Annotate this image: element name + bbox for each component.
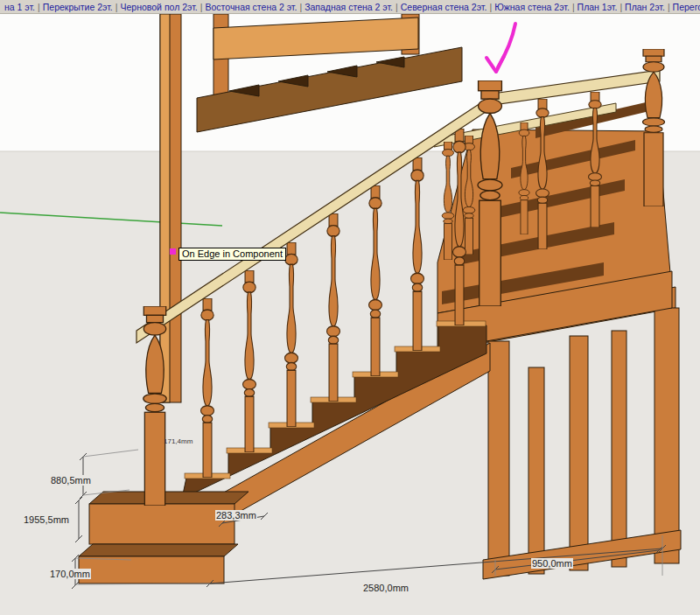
scene-tab-bar: на 1 эт. | Перекрытие 2эт. | Черновой по… [0, 0, 700, 14]
tab-plan-1et[interactable]: План 1эт. [575, 2, 620, 12]
dimension-label-2580: 2580,0mm [362, 583, 410, 593]
stair-landing [434, 102, 672, 350]
dimension-label-171: 171,4mm [163, 437, 193, 445]
tab-chernovoy-pol-2et[interactable]: Черновой пол 2эт. [118, 2, 200, 12]
staircase-model [0, 14, 700, 615]
dimension-label-950: 950,0mm [531, 558, 573, 569]
tab-perekrytie-2et[interactable]: Перекрытие 2эт. [40, 2, 116, 12]
tab-vostochnaya-stena-2et[interactable]: Восточная стена 2 эт. [203, 2, 300, 12]
tab-plan-2et[interactable]: План 2эт. [622, 2, 668, 12]
inference-tooltip: On Edge in Component [178, 248, 286, 261]
inference-point-icon [170, 248, 176, 255]
dimension-label-880: 880,5mm [50, 475, 92, 486]
tab-yuzhnaya-stena-2et[interactable]: Южная стена 2эт. [492, 2, 572, 12]
tab-zapadnaya-stena-2et[interactable]: Западная стена 2 эт. [302, 2, 396, 12]
tab-severnaya-stena-2et[interactable]: Северная стена 2эт. [398, 2, 490, 12]
dimension-label-283: 283,3mm [215, 510, 257, 521]
dimension-label-170: 170,0mm [49, 569, 91, 579]
model-viewport[interactable]: On Edge in Component 880,5mm 1955,5mm 17… [0, 14, 700, 615]
tab-peregorodki-1et[interactable]: Перегородки 1эт. [670, 2, 700, 12]
tab-na-1-et[interactable]: на 1 эт. [2, 2, 38, 12]
dimension-label-1955: 1955,5mm [23, 514, 70, 525]
